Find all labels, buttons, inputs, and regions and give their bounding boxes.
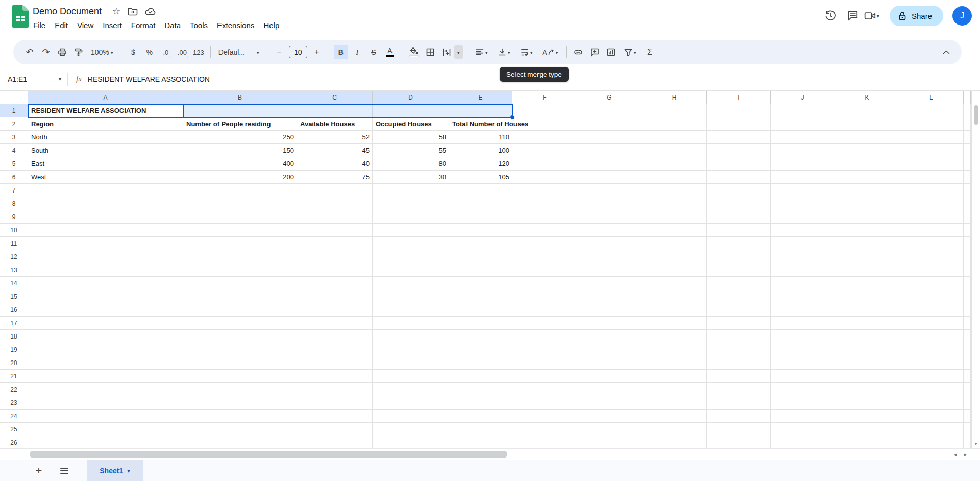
row-header-2[interactable]: 2 — [0, 117, 28, 131]
cell-H14[interactable] — [642, 277, 707, 290]
cell-D12[interactable] — [373, 250, 449, 263]
cell-K21[interactable] — [835, 370, 899, 383]
cell-G23[interactable] — [577, 396, 642, 410]
cell-B18[interactable] — [183, 330, 297, 343]
cell-L13[interactable] — [899, 263, 964, 277]
cell-J9[interactable] — [771, 210, 835, 224]
decrease-font-size-button[interactable]: − — [272, 45, 286, 59]
cell-E7[interactable] — [449, 184, 512, 197]
column-header-G[interactable]: G — [577, 91, 642, 104]
row-header-20[interactable]: 20 — [0, 356, 28, 370]
cell-B9[interactable] — [183, 210, 297, 224]
row-header-18[interactable]: 18 — [0, 330, 28, 343]
cell-K25[interactable] — [835, 423, 899, 436]
cell-C24[interactable] — [297, 410, 373, 423]
cell-D22[interactable] — [373, 383, 449, 396]
print-button[interactable] — [55, 45, 69, 59]
cell-partial-25[interactable] — [964, 423, 971, 436]
cell-D17[interactable] — [373, 317, 449, 330]
sheet-tab-sheet1[interactable]: Sheet1 ▾ — [87, 460, 143, 481]
menu-tools[interactable]: Tools — [185, 20, 212, 31]
cell-I8[interactable] — [707, 197, 771, 210]
row-header-26[interactable]: 26 — [0, 436, 28, 449]
cell-E24[interactable] — [449, 410, 512, 423]
cell-F14[interactable] — [512, 277, 577, 290]
cell-G13[interactable] — [577, 263, 642, 277]
increase-font-size-button[interactable]: + — [310, 45, 324, 59]
cell-F2[interactable] — [512, 117, 577, 131]
cell-G2[interactable] — [577, 117, 642, 131]
comment-history-button[interactable] — [842, 5, 864, 27]
cell-I16[interactable] — [707, 303, 771, 317]
cell-C1[interactable] — [297, 104, 373, 117]
cell-G6[interactable] — [577, 171, 642, 184]
cell-E20[interactable] — [449, 356, 512, 370]
move-to-folder-icon[interactable] — [128, 7, 138, 16]
column-header-partial[interactable] — [964, 91, 971, 104]
cell-I18[interactable] — [707, 330, 771, 343]
cell-J18[interactable] — [771, 330, 835, 343]
cell-B6[interactable]: 200 — [183, 171, 297, 184]
cell-D6[interactable]: 30 — [373, 171, 449, 184]
cell-I20[interactable] — [707, 356, 771, 370]
cell-D4[interactable]: 55 — [373, 144, 449, 157]
cell-I6[interactable] — [707, 171, 771, 184]
create-filter-button[interactable]: ▾ — [620, 45, 641, 59]
cell-G7[interactable] — [577, 184, 642, 197]
horizontal-scrollbar-thumb[interactable] — [30, 451, 507, 458]
formula-input[interactable]: RESIDENT WELFARE ASSOCIATION — [88, 75, 210, 83]
cell-K10[interactable] — [835, 224, 899, 237]
cell-partial-15[interactable] — [964, 290, 971, 303]
cell-J1[interactable] — [771, 104, 835, 117]
cell-F9[interactable] — [512, 210, 577, 224]
cell-D15[interactable] — [373, 290, 449, 303]
row-header-11[interactable]: 11 — [0, 237, 28, 250]
cell-D1[interactable] — [373, 104, 449, 117]
cell-E14[interactable] — [449, 277, 512, 290]
cell-K1[interactable] — [835, 104, 899, 117]
cell-A9[interactable] — [28, 210, 183, 224]
increase-decimals-button[interactable]: .00 → — [175, 45, 189, 59]
cell-I19[interactable] — [707, 343, 771, 356]
insert-comment-button[interactable] — [587, 45, 602, 59]
cell-D13[interactable] — [373, 263, 449, 277]
cell-I17[interactable] — [707, 317, 771, 330]
cell-partial-2[interactable] — [964, 117, 971, 131]
cell-K8[interactable] — [835, 197, 899, 210]
cell-K5[interactable] — [835, 157, 899, 171]
cell-I9[interactable] — [707, 210, 771, 224]
cell-B14[interactable] — [183, 277, 297, 290]
cell-F4[interactable] — [512, 144, 577, 157]
merge-cells-button[interactable] — [439, 45, 454, 59]
vertical-scrollbar[interactable]: ▾ — [971, 91, 980, 448]
cell-A19[interactable] — [28, 343, 183, 356]
cell-J7[interactable] — [771, 184, 835, 197]
cell-K15[interactable] — [835, 290, 899, 303]
hide-toolbar-button[interactable] — [939, 45, 953, 59]
percent-format-button[interactable]: % — [142, 45, 157, 59]
cell-J15[interactable] — [771, 290, 835, 303]
cell-K9[interactable] — [835, 210, 899, 224]
fill-color-button[interactable] — [407, 45, 421, 59]
cell-I14[interactable] — [707, 277, 771, 290]
cell-K23[interactable] — [835, 396, 899, 410]
cell-G16[interactable] — [577, 303, 642, 317]
column-header-B[interactable]: B — [183, 91, 297, 104]
cell-L19[interactable] — [899, 343, 964, 356]
cell-partial-7[interactable] — [964, 184, 971, 197]
cell-H5[interactable] — [642, 157, 707, 171]
cell-G18[interactable] — [577, 330, 642, 343]
row-header-24[interactable]: 24 — [0, 410, 28, 423]
menu-extensions[interactable]: Extensions — [212, 20, 259, 31]
cell-C22[interactable] — [297, 383, 373, 396]
cell-C9[interactable] — [297, 210, 373, 224]
cell-H11[interactable] — [642, 237, 707, 250]
scroll-left-arrow-icon[interactable]: ◂ — [951, 451, 959, 459]
row-header-8[interactable]: 8 — [0, 197, 28, 210]
cell-K2[interactable] — [835, 117, 899, 131]
cell-A1[interactable]: RESIDENT WELFARE ASSOCIATION — [28, 104, 183, 117]
cell-K16[interactable] — [835, 303, 899, 317]
cell-H12[interactable] — [642, 250, 707, 263]
cell-E15[interactable] — [449, 290, 512, 303]
cell-E19[interactable] — [449, 343, 512, 356]
